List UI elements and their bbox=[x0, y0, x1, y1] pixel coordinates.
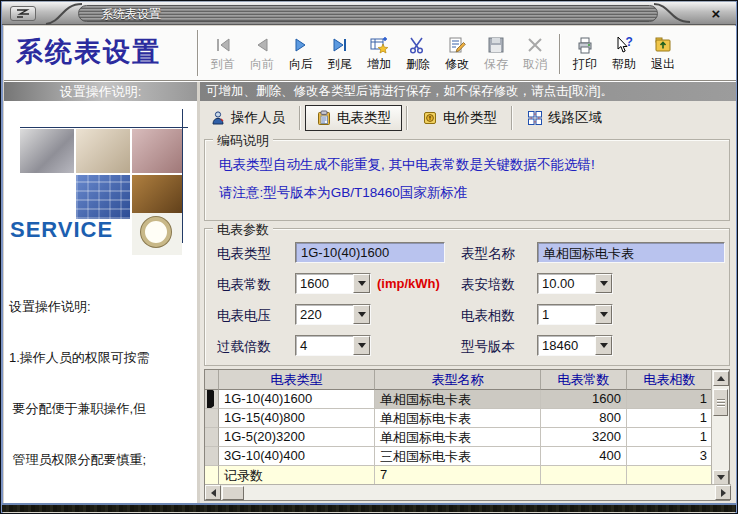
go-last-icon bbox=[330, 35, 350, 55]
toolbar-button-print[interactable]: 打印 bbox=[566, 30, 604, 78]
toolbar-button-help[interactable]: ? 帮助 bbox=[605, 30, 643, 78]
scroll-up-button[interactable] bbox=[713, 371, 729, 386]
voltage-combo[interactable]: 220 bbox=[295, 304, 371, 325]
scroll-down-button[interactable] bbox=[713, 470, 729, 485]
scroll-right-button[interactable] bbox=[715, 485, 731, 500]
table-cell[interactable]: 400 bbox=[541, 447, 627, 466]
toolbar-button-delete[interactable]: 删除 bbox=[399, 30, 437, 78]
table-cell[interactable]: 三相国标电卡表 bbox=[375, 447, 541, 466]
column-header: 电表常数 bbox=[541, 370, 627, 390]
table-cell[interactable]: 3 bbox=[627, 447, 713, 466]
model-name-field[interactable]: 单相国标电卡表 bbox=[537, 242, 725, 263]
phases-combo[interactable]: 1 bbox=[537, 304, 613, 325]
combo-dropdown-button[interactable] bbox=[595, 274, 612, 293]
instruction-line: 要分配便于兼职操作,但 bbox=[9, 400, 197, 417]
toolbar-button-modify[interactable]: 修改 bbox=[438, 30, 476, 78]
tab-operators[interactable]: 操作人员 bbox=[200, 105, 295, 131]
app-logo-icon bbox=[10, 6, 36, 21]
table-cell[interactable]: 800 bbox=[541, 409, 627, 428]
thumb-grip bbox=[717, 402, 725, 403]
service-text: SERVICE bbox=[10, 217, 113, 243]
toolbar-button-next[interactable]: 向后 bbox=[282, 30, 320, 78]
collage-vline bbox=[182, 109, 183, 243]
row-indicator-header bbox=[205, 370, 219, 390]
model-name-value: 单相国标电卡表 bbox=[543, 246, 634, 261]
row-indicator bbox=[205, 409, 219, 428]
tab-meter-type[interactable]: 电表类型 bbox=[305, 105, 402, 131]
person-icon bbox=[210, 110, 226, 126]
field-label-amperage: 表安培数 bbox=[461, 276, 515, 294]
table-row[interactable]: 1G-10(40)1600 单相国标电卡表 1600 1 bbox=[205, 390, 729, 409]
notice-bar: 可增加、删除、修改各类型后请进行保存，如不保存修改，请点击[取消]。 bbox=[200, 82, 736, 101]
table-cell[interactable]: 3G-10(40)400 bbox=[219, 447, 375, 466]
combo-dropdown-button[interactable] bbox=[353, 305, 370, 324]
table-cell bbox=[627, 466, 713, 486]
toolbar-button-add[interactable]: 增加 bbox=[360, 30, 398, 78]
phases-value: 1 bbox=[538, 305, 595, 324]
combo-dropdown-button[interactable] bbox=[595, 336, 612, 355]
vertical-scrollbar[interactable] bbox=[711, 370, 729, 486]
vertical-scroll-thumb[interactable] bbox=[713, 389, 728, 416]
window-title: 系统表设置 bbox=[78, 5, 658, 22]
toolbar-button-last[interactable]: 到尾 bbox=[321, 30, 359, 78]
arrow-right-icon bbox=[721, 489, 726, 497]
table-cell[interactable]: 1G-5(20)3200 bbox=[219, 428, 375, 447]
table-cell[interactable]: 1 bbox=[627, 390, 713, 409]
table-cell[interactable]: 1 bbox=[627, 409, 713, 428]
table-cell[interactable]: 3200 bbox=[541, 428, 627, 447]
combo-dropdown-button[interactable] bbox=[595, 305, 612, 324]
table-cell[interactable]: 单相国标电卡表 bbox=[375, 409, 541, 428]
scroll-left-button[interactable] bbox=[205, 485, 221, 500]
meter-type-field[interactable]: 1G-10(40)1600 bbox=[295, 242, 445, 263]
table-row[interactable]: 1G-15(40)800 单相国标电卡表 800 1 bbox=[205, 409, 729, 428]
sidebar-header: 设置操作说明: bbox=[4, 82, 197, 101]
record-count-label: 记录数 bbox=[219, 466, 375, 486]
table-cell[interactable]: 1G-10(40)1600 bbox=[219, 390, 375, 409]
toolbar-button-label: 保存 bbox=[484, 56, 508, 73]
title-bar[interactable]: 系统表设置 × bbox=[2, 2, 736, 25]
toolbar-separator bbox=[559, 34, 561, 74]
amperage-combo[interactable]: 10.00 bbox=[537, 273, 613, 294]
toolbar-button-save[interactable]: 保存 bbox=[477, 30, 515, 78]
region-map-icon bbox=[527, 110, 543, 126]
cancel-icon bbox=[525, 35, 545, 55]
meter-type-value: 1G-10(40)1600 bbox=[301, 245, 389, 260]
toolbar-button-exit[interactable]: 退出 bbox=[644, 30, 682, 78]
table-cell[interactable]: 1G-15(40)800 bbox=[219, 409, 375, 428]
combo-dropdown-button[interactable] bbox=[353, 274, 370, 293]
table-cell[interactable]: 单相国标电卡表 bbox=[375, 390, 541, 409]
table-cell[interactable]: 1 bbox=[627, 428, 713, 447]
arrow-left-icon bbox=[211, 489, 216, 497]
model-version-combo[interactable]: 18460 bbox=[537, 335, 613, 356]
instruction-line: 设置操作说明: bbox=[9, 298, 197, 315]
record-count-value: 7 bbox=[375, 466, 541, 486]
table-cell[interactable]: 1600 bbox=[541, 390, 627, 409]
table-row[interactable]: 1G-5(20)3200 单相国标电卡表 3200 1 bbox=[205, 428, 729, 447]
toolbar-button-cancel[interactable]: 取消 bbox=[516, 30, 554, 78]
overload-combo[interactable]: 4 bbox=[295, 335, 371, 356]
close-button[interactable]: × bbox=[704, 4, 728, 23]
toolbar-button-label: 帮助 bbox=[612, 56, 636, 73]
horizontal-scroll-thumb[interactable] bbox=[222, 486, 244, 500]
toolbar-button-previous[interactable]: 向前 bbox=[243, 30, 281, 78]
header-separator bbox=[197, 30, 199, 76]
field-label-model-name: 表型名称 bbox=[461, 245, 515, 263]
table-cell[interactable]: 单相国标电卡表 bbox=[375, 428, 541, 447]
tab-price-type[interactable]: 电价类型 bbox=[412, 105, 507, 131]
table-row[interactable]: 3G-10(40)400 三相国标电卡表 400 3 bbox=[205, 447, 729, 466]
meter-constant-combo[interactable]: 1600 bbox=[295, 273, 371, 294]
combo-dropdown-button[interactable] bbox=[353, 336, 370, 355]
field-label-meter-constant: 电表常数 bbox=[217, 276, 271, 294]
thumb-grip bbox=[717, 399, 725, 400]
chevron-down-icon bbox=[600, 343, 608, 348]
toolbar-button-first[interactable]: 到首 bbox=[204, 30, 242, 78]
tab-line-region[interactable]: 线路区域 bbox=[517, 105, 612, 131]
toolbar-button-label: 删除 bbox=[406, 56, 430, 73]
app-window: 系统表设置 × 系统表设置 到首 向前 向后 bbox=[0, 0, 738, 514]
collage-hline bbox=[20, 127, 188, 128]
horizontal-scrollbar[interactable] bbox=[205, 484, 731, 500]
photo-keyboard bbox=[76, 175, 130, 219]
go-previous-icon bbox=[252, 35, 272, 55]
chevron-down-icon bbox=[358, 343, 366, 348]
header-band: 系统表设置 到首 向前 向后 到尾 增加 bbox=[4, 26, 736, 81]
